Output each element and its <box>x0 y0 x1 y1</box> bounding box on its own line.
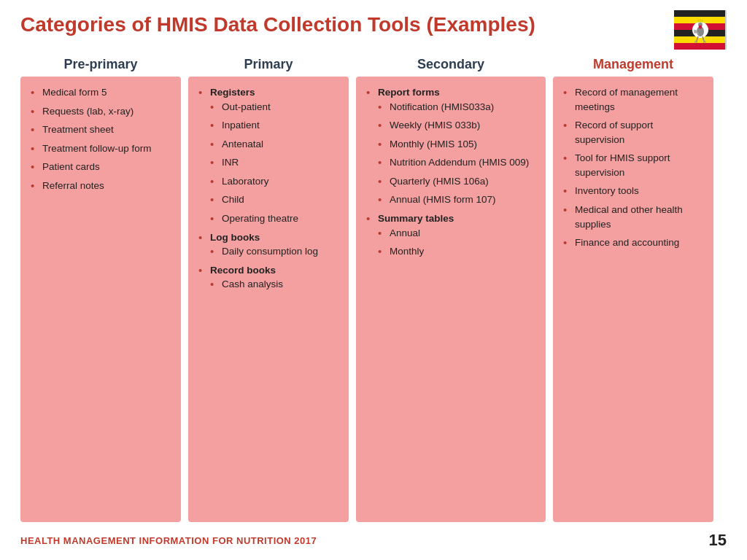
list-item: Child <box>210 192 338 207</box>
list-item: Record of support supervision <box>563 118 703 147</box>
col-header-secondary: Secondary <box>356 57 546 72</box>
columns-body: Medical form 5 Requests (lab, x-ray) Tre… <box>20 77 727 522</box>
svg-point-12 <box>699 26 702 29</box>
list-item: Weekly (HMIS 033b) <box>378 118 535 133</box>
list-item: Annual (HMIS form 107) <box>378 192 535 207</box>
list-item: Log books Daily consumption log <box>198 230 338 259</box>
svg-rect-19 <box>725 10 727 50</box>
list-item: Report forms Notification (HMIS033a) Wee… <box>366 85 535 207</box>
list-item: Medical form 5 <box>31 85 171 100</box>
list-item: Monthly <box>378 244 535 259</box>
list-item: Requests (lab, x-ray) <box>31 104 171 119</box>
list-item: Referral notes <box>31 179 171 193</box>
list-item: Summary tables Annual Monthly <box>366 211 535 259</box>
list-item: Antenatal <box>210 137 338 152</box>
preprimary-list: Medical form 5 Requests (lab, x-ray) Tre… <box>31 85 171 192</box>
section-title-reportforms: Report forms <box>378 87 440 98</box>
reportforms-sublist: Notification (HMIS033a) Weekly (HMIS 033… <box>378 100 535 207</box>
svg-rect-5 <box>674 43 727 50</box>
section-title-summarytables: Summary tables <box>378 213 454 224</box>
uganda-flag <box>674 10 727 50</box>
list-item: Medical and other health supplies <box>563 203 703 231</box>
footer-title: HEALTH MANAGEMENT INFORMATION FOR NUTRIT… <box>20 535 317 546</box>
list-item: Record of management meetings <box>563 85 703 114</box>
list-item: Cash analysis <box>210 277 338 292</box>
management-column: Record of management meetings Record of … <box>553 77 713 522</box>
section-title-recordbooks: Record books <box>210 265 276 276</box>
list-item: Treatment sheet <box>31 122 171 137</box>
title-row: Categories of HMIS Data Collection Tools… <box>20 13 727 50</box>
list-item: Out-patient <box>210 100 338 114</box>
section-title-logbooks: Log books <box>210 232 260 243</box>
page-container: Categories of HMIS Data Collection Tools… <box>0 0 747 560</box>
list-item: Quarterly (HMIS 106a) <box>378 174 535 189</box>
summarytables-sublist: Annual Monthly <box>378 226 535 259</box>
logbooks-sublist: Daily consumption log <box>210 244 338 259</box>
list-item: Finance and accounting <box>563 236 703 250</box>
list-item: Nutrition Addendum (HMIS 009) <box>378 155 535 170</box>
list-item: Registers Out-patient Inpatient Antenata… <box>198 85 338 226</box>
page-number: 15 <box>709 531 727 550</box>
primary-column: Registers Out-patient Inpatient Antenata… <box>188 77 349 522</box>
col-header-preprimary: Pre-primary <box>20 57 181 72</box>
svg-rect-0 <box>674 10 727 17</box>
list-item: Treatment follow-up form <box>31 141 171 156</box>
list-item: Daily consumption log <box>210 244 338 259</box>
secondary-list: Report forms Notification (HMIS033a) Wee… <box>366 85 535 259</box>
list-item: INR <box>210 155 338 170</box>
col-header-management: Management <box>553 57 713 72</box>
list-item: Inventory tools <box>563 184 703 198</box>
list-item: Operating theatre <box>210 211 338 226</box>
list-item: Inpatient <box>210 118 338 133</box>
section-title-registers: Registers <box>210 87 255 98</box>
registers-sublist: Out-patient Inpatient Antenatal INR Labo… <box>210 100 338 226</box>
list-item: Laboratory <box>210 174 338 189</box>
list-item: Monthly (HMIS 105) <box>378 137 535 152</box>
list-item: Notification (HMIS033a) <box>378 100 535 114</box>
preprimary-column: Medical form 5 Requests (lab, x-ray) Tre… <box>20 77 181 522</box>
management-list: Record of management meetings Record of … <box>563 85 703 250</box>
list-item: Record books Cash analysis <box>198 263 338 292</box>
list-item: Tool for HMIS support supervision <box>563 151 703 179</box>
primary-list: Registers Out-patient Inpatient Antenata… <box>198 85 338 292</box>
page-title: Categories of HMIS Data Collection Tools… <box>20 13 674 36</box>
col-header-primary: Primary <box>188 57 349 72</box>
columns-header: Pre-primary Primary Secondary Management <box>20 57 727 72</box>
list-item: Annual <box>378 226 535 241</box>
footer: HEALTH MANAGEMENT INFORMATION FOR NUTRIT… <box>20 528 727 550</box>
list-item: Patient cards <box>31 160 171 174</box>
secondary-column: Report forms Notification (HMIS033a) Wee… <box>356 77 546 522</box>
recordbooks-sublist: Cash analysis <box>210 277 338 292</box>
